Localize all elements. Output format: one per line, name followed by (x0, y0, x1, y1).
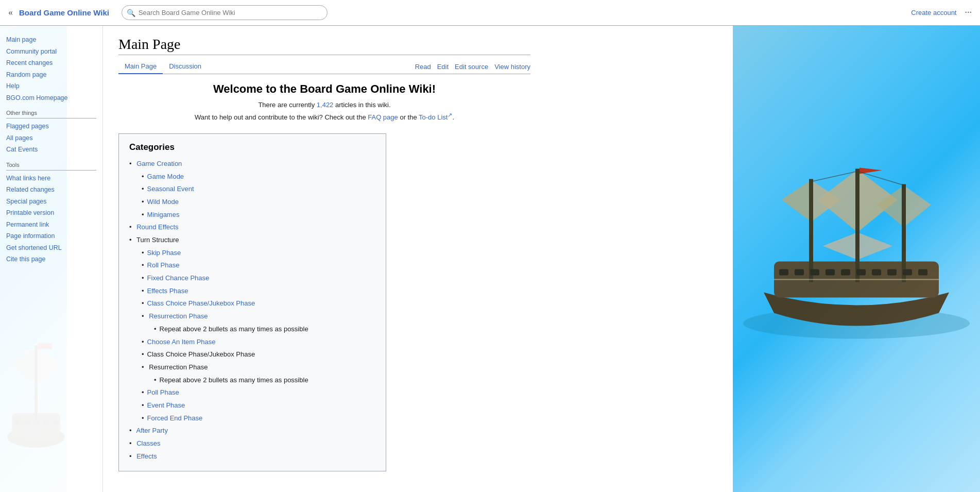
sidebar-tools-section: Tools What links here Related changes Sp… (6, 162, 96, 265)
main-content: Main Page Main Page Discussion Read Edit… (103, 26, 546, 492)
sidebar-item-all-pages[interactable]: All pages (6, 132, 96, 144)
list-item-repeat-1: Repeat above 2 bullets as many times as … (154, 323, 375, 336)
action-edit[interactable]: Edit (437, 63, 449, 71)
list-item-forced-end-phase: Forced End Phase (142, 412, 375, 425)
link-seasonal-event[interactable]: Seasonal Event (147, 185, 194, 193)
sidebar-item-what-links-here[interactable]: What links here (6, 173, 96, 184)
create-account-link[interactable]: Create account (911, 9, 956, 16)
list-item-repeat-2: Repeat above 2 bullets as many times as … (154, 374, 375, 387)
sidebar-item-help[interactable]: Help (6, 80, 96, 92)
sidebar-tools-title: Tools (6, 162, 96, 171)
label-repeat-2: Repeat above 2 bullets as many times as … (160, 376, 308, 384)
page-actions: Read Edit Edit source View history (415, 63, 530, 71)
link-wild-mode[interactable]: Wild Mode (147, 198, 179, 206)
more-options-icon[interactable]: ··· (965, 7, 972, 18)
list-item-minigames: Minigames (142, 209, 375, 222)
list-item-effects: Effects (129, 450, 375, 463)
link-roll-phase[interactable]: Roll Phase (147, 261, 180, 269)
resurrection-phase-2-children: Repeat above 2 bullets as many times as … (142, 374, 375, 387)
page-title: Main Page (118, 36, 530, 55)
list-item-choose-item-phase: Choose An Item Phase (142, 336, 375, 349)
link-class-choice-jukebox-1[interactable]: Class Choice Phase/Jukebox Phase (147, 299, 255, 307)
label-repeat-1: Repeat above 2 bullets as many times as … (160, 325, 308, 333)
sidebar-other-title: Other things (6, 110, 96, 118)
list-item-event-phase: Event Phase (142, 399, 375, 412)
list-item-fixed-chance-phase: Fixed Chance Phase (142, 272, 375, 285)
welcome-section: Welcome to the Board Game Online Wiki! T… (118, 82, 530, 123)
sidebar-item-flagged-pages[interactable]: Flagged pages (6, 121, 96, 132)
list-item-seasonal-event: Seasonal Event (142, 183, 375, 196)
link-after-party[interactable]: After Party (136, 427, 167, 434)
todo-link[interactable]: To-do List↗ (419, 113, 452, 121)
sidebar-item-main-page[interactable]: Main page (6, 34, 96, 46)
sidebar-item-permanent-link[interactable]: Permanent link (6, 219, 96, 231)
tab-discussion[interactable]: Discussion (163, 59, 208, 74)
list-item-round-effects: Round Effects (129, 221, 375, 234)
action-view-history[interactable]: View history (494, 63, 530, 71)
sidebar-item-bgo-homepage[interactable]: BGO.com Homepage (6, 92, 96, 104)
list-item-skip-phase: Skip Phase (142, 247, 375, 260)
help-end: . (452, 113, 454, 121)
header: « Board Game Online Wiki 🔍 Create accoun… (0, 0, 980, 26)
turn-structure-children: Skip Phase Roll Phase Fixed Chance Phase… (129, 247, 375, 425)
list-item-classes: Classes (129, 437, 375, 450)
articles-suffix: articles in this wiki. (333, 101, 390, 109)
sidebar-item-random-page[interactable]: Random page (6, 69, 96, 81)
sidebar-item-printable-version[interactable]: Printable version (6, 207, 96, 219)
articles-count[interactable]: 1,422 (317, 101, 334, 109)
search-container: 🔍 (122, 5, 328, 20)
categories-box: Categories Game Creation Game Mode Seaso… (118, 133, 386, 472)
link-fixed-chance-phase[interactable]: Fixed Chance Phase (147, 274, 210, 282)
sidebar-item-cite-this-page[interactable]: Cite this page (6, 253, 96, 265)
label-class-choice-jukebox-2: Class Choice Phase/Jukebox Phase (147, 350, 255, 358)
sidebar: Main page Community portal Recent change… (0, 26, 103, 492)
link-classes[interactable]: Classes (136, 439, 160, 447)
site-title[interactable]: Board Game Online Wiki (19, 8, 109, 17)
list-item-class-choice-jukebox-1: Class Choice Phase/Jukebox Phase (142, 297, 375, 310)
list-item-class-choice-jukebox-2: Class Choice Phase/Jukebox Phase (142, 348, 375, 361)
sidebar-item-get-shortened-url[interactable]: Get shortened URL (6, 242, 96, 254)
sidebar-item-page-information[interactable]: Page information (6, 230, 96, 242)
label-turn-structure: Turn Structure (136, 236, 179, 244)
faq-link[interactable]: FAQ page (368, 113, 398, 121)
link-forced-end-phase[interactable]: Forced End Phase (147, 414, 203, 422)
sidebar-item-cat-events[interactable]: Cat Events (6, 144, 96, 156)
link-effects-phase[interactable]: Effects Phase (147, 287, 188, 295)
link-game-creation[interactable]: Game Creation (136, 160, 182, 167)
welcome-title: Welcome to the Board Game Online Wiki! (118, 82, 530, 96)
sidebar-item-recent-changes[interactable]: Recent changes (6, 57, 96, 69)
sidebar-item-community-portal[interactable]: Community portal (6, 46, 96, 58)
resurrection-phase-1-children: Repeat above 2 bullets as many times as … (142, 323, 375, 336)
collapse-icon[interactable]: « (8, 7, 13, 18)
link-game-mode[interactable]: Game Mode (147, 173, 184, 180)
link-event-phase[interactable]: Event Phase (147, 401, 185, 409)
search-icon: 🔍 (127, 8, 135, 17)
sidebar-item-related-changes[interactable]: Related changes (6, 184, 96, 196)
list-item-poll-phase: Poll Phase (142, 386, 375, 399)
layout: Main page Community portal Recent change… (0, 26, 980, 492)
list-item-resurrection-phase-1: Resurrection Phase Repeat above 2 bullet… (142, 310, 375, 335)
link-resurrection-phase-1[interactable]: Resurrection Phase (149, 312, 208, 320)
list-item-roll-phase: Roll Phase (142, 259, 375, 272)
welcome-subtitle: There are currently 1,422 articles in th… (118, 100, 530, 123)
link-effects[interactable]: Effects (136, 452, 157, 460)
list-item-game-creation: Game Creation Game Mode Seasonal Event W… (129, 158, 375, 221)
sidebar-item-special-pages[interactable]: Special pages (6, 196, 96, 208)
action-edit-source[interactable]: Edit source (455, 63, 488, 71)
tab-main-page[interactable]: Main Page (118, 59, 163, 74)
link-skip-phase[interactable]: Skip Phase (147, 249, 181, 257)
header-actions: Create account ··· (911, 7, 972, 18)
categories-title: Categories (129, 142, 375, 152)
link-minigames[interactable]: Minigames (147, 211, 180, 218)
action-read[interactable]: Read (415, 63, 431, 71)
sidebar-nav-section: Main page Community portal Recent change… (6, 34, 96, 104)
list-item-turn-structure: Turn Structure Skip Phase Roll Phase Fix… (129, 234, 375, 425)
tabs-bar: Main Page Discussion Read Edit Edit sour… (118, 59, 530, 74)
link-poll-phase[interactable]: Poll Phase (147, 388, 179, 396)
link-round-effects[interactable]: Round Effects (136, 223, 178, 231)
link-choose-item-phase[interactable]: Choose An Item Phase (147, 338, 216, 346)
search-input[interactable] (122, 5, 328, 20)
list-item-game-mode: Game Mode (142, 171, 375, 183)
sidebar-other-section: Other things Flagged pages All pages Cat… (6, 110, 96, 156)
label-resurrection-phase-2: Resurrection Phase (149, 363, 208, 371)
